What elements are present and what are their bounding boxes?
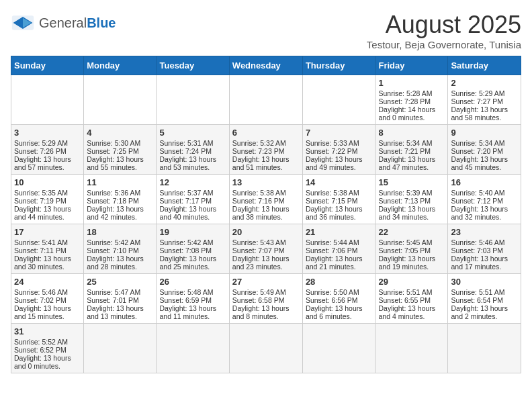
day-info: Sunrise: 5:34 AM: [378, 139, 445, 147]
day-info: Sunset: 7:16 PM: [232, 197, 300, 205]
day-info: Daylight: 13 hours and 15 minutes.: [14, 304, 81, 320]
calendar-cell: 27Sunrise: 5:49 AMSunset: 6:58 PMDayligh…: [229, 274, 302, 324]
day-info: Sunset: 7:17 PM: [159, 197, 226, 205]
day-info: Sunrise: 5:35 AM: [14, 189, 81, 197]
day-info: Daylight: 13 hours and 19 minutes.: [378, 255, 445, 271]
day-info: Sunrise: 5:38 AM: [306, 189, 373, 197]
day-number: 24: [14, 277, 81, 287]
calendar-cell: [375, 324, 448, 373]
day-info: Daylight: 13 hours and 47 minutes.: [378, 155, 445, 171]
day-number: 15: [378, 177, 445, 187]
day-info: Sunrise: 5:44 AM: [306, 238, 373, 246]
day-info: Sunset: 7:19 PM: [14, 197, 81, 205]
day-info: Sunrise: 5:46 AM: [451, 238, 518, 246]
calendar-cell: 16Sunrise: 5:40 AMSunset: 7:12 PMDayligh…: [448, 175, 521, 224]
day-number: 30: [451, 277, 518, 287]
day-info: Sunrise: 5:48 AM: [159, 288, 226, 296]
day-number: 6: [232, 128, 300, 138]
day-info: Daylight: 13 hours and 28 minutes.: [87, 255, 153, 271]
day-info: Sunrise: 5:41 AM: [14, 238, 81, 246]
day-info: Sunset: 6:58 PM: [232, 296, 300, 304]
day-info: Sunrise: 5:33 AM: [306, 139, 373, 147]
day-number: 19: [159, 227, 226, 237]
day-info: Sunrise: 5:49 AM: [232, 288, 300, 296]
day-info: Sunrise: 5:36 AM: [87, 189, 153, 197]
day-info: Sunset: 6:59 PM: [159, 296, 226, 304]
day-info: Sunrise: 5:50 AM: [306, 288, 373, 296]
day-number: 8: [378, 128, 445, 138]
day-info: Sunset: 7:15 PM: [306, 197, 373, 205]
day-info: Sunset: 7:24 PM: [159, 147, 226, 155]
calendar-cell: 4Sunrise: 5:30 AMSunset: 7:25 PMDaylight…: [84, 125, 157, 175]
day-info: Sunrise: 5:52 AM: [14, 338, 81, 346]
day-info: Daylight: 13 hours and 25 minutes.: [159, 255, 226, 271]
day-number: 26: [159, 277, 226, 287]
calendar-cell: 25Sunrise: 5:47 AMSunset: 7:01 PMDayligh…: [84, 274, 157, 324]
calendar-cell: 14Sunrise: 5:38 AMSunset: 7:15 PMDayligh…: [302, 175, 375, 224]
day-info: Daylight: 13 hours and 8 minutes.: [232, 304, 300, 320]
day-info: Sunrise: 5:32 AM: [232, 139, 300, 147]
weekday-header-wednesday: Wednesday: [229, 56, 302, 75]
calendar-week-row: 3Sunrise: 5:29 AMSunset: 7:26 PMDaylight…: [11, 125, 521, 175]
calendar-cell: 23Sunrise: 5:46 AMSunset: 7:03 PMDayligh…: [448, 224, 521, 274]
calendar-cell: [302, 324, 375, 373]
day-number: 22: [378, 227, 445, 237]
day-info: Sunrise: 5:38 AM: [232, 189, 300, 197]
calendar-cell: 12Sunrise: 5:37 AMSunset: 7:17 PMDayligh…: [157, 175, 229, 224]
day-info: Daylight: 13 hours and 4 minutes.: [378, 304, 445, 320]
calendar-header-row: SundayMondayTuesdayWednesdayThursdayFrid…: [11, 56, 521, 75]
day-info: Sunrise: 5:47 AM: [87, 288, 153, 296]
day-number: 14: [306, 177, 373, 187]
day-info: Daylight: 13 hours and 21 minutes.: [306, 255, 373, 271]
calendar-week-row: 17Sunrise: 5:41 AMSunset: 7:11 PMDayligh…: [11, 224, 521, 274]
day-info: Sunrise: 5:34 AM: [451, 139, 518, 147]
day-info: Sunset: 7:21 PM: [378, 147, 445, 155]
day-info: Sunset: 7:20 PM: [451, 147, 518, 155]
day-info: Sunrise: 5:42 AM: [159, 238, 226, 246]
day-info: Daylight: 13 hours and 23 minutes.: [232, 255, 300, 271]
day-info: Sunrise: 5:46 AM: [14, 288, 81, 296]
day-info: Sunrise: 5:51 AM: [378, 288, 445, 296]
logo: GeneralBlue: [11, 11, 116, 35]
calendar-cell: 21Sunrise: 5:44 AMSunset: 7:06 PMDayligh…: [302, 224, 375, 274]
day-number: 11: [87, 177, 153, 187]
day-info: Daylight: 13 hours and 53 minutes.: [159, 155, 226, 171]
day-info: Daylight: 13 hours and 51 minutes.: [232, 155, 300, 171]
calendar-cell: [84, 75, 157, 125]
day-number: 7: [306, 128, 373, 138]
day-number: 13: [232, 177, 300, 187]
calendar-cell: [84, 324, 157, 373]
day-info: Sunset: 7:03 PM: [451, 246, 518, 255]
calendar-cell: 5Sunrise: 5:31 AMSunset: 7:24 PMDaylight…: [157, 125, 229, 175]
day-info: Sunrise: 5:40 AM: [451, 189, 518, 197]
calendar-cell: 9Sunrise: 5:34 AMSunset: 7:20 PMDaylight…: [448, 125, 521, 175]
day-info: Sunset: 7:25 PM: [87, 147, 153, 155]
calendar-cell: [229, 75, 302, 125]
day-info: Sunrise: 5:31 AM: [159, 139, 226, 147]
day-number: 16: [451, 177, 518, 187]
day-info: Sunset: 6:54 PM: [451, 296, 518, 304]
day-info: Sunset: 7:05 PM: [378, 246, 445, 255]
day-info: Daylight: 13 hours and 0 minutes.: [14, 354, 81, 370]
calendar-cell: 22Sunrise: 5:45 AMSunset: 7:05 PMDayligh…: [375, 224, 448, 274]
weekday-header-tuesday: Tuesday: [157, 56, 229, 75]
calendar-cell: 11Sunrise: 5:36 AMSunset: 7:18 PMDayligh…: [84, 175, 157, 224]
calendar-cell: 10Sunrise: 5:35 AMSunset: 7:19 PMDayligh…: [11, 175, 84, 224]
day-info: Sunset: 7:01 PM: [87, 296, 153, 304]
calendar-week-row: 24Sunrise: 5:46 AMSunset: 7:02 PMDayligh…: [11, 274, 521, 324]
day-info: Sunset: 7:02 PM: [14, 296, 81, 304]
calendar-cell: 6Sunrise: 5:32 AMSunset: 7:23 PMDaylight…: [229, 125, 302, 175]
day-info: Sunset: 7:07 PM: [232, 246, 300, 255]
day-number: 27: [232, 277, 300, 287]
calendar-week-row: 31Sunrise: 5:52 AMSunset: 6:52 PMDayligh…: [11, 324, 521, 373]
day-number: 4: [87, 128, 153, 138]
day-info: Sunset: 7:28 PM: [378, 97, 445, 105]
day-info: Daylight: 13 hours and 2 minutes.: [451, 304, 518, 320]
calendar-cell: [11, 75, 84, 125]
day-info: Sunset: 7:12 PM: [451, 197, 518, 205]
day-info: Sunset: 7:27 PM: [451, 97, 518, 105]
calendar-cell: 15Sunrise: 5:39 AMSunset: 7:13 PMDayligh…: [375, 175, 448, 224]
calendar-cell: [448, 324, 521, 373]
calendar-cell: 19Sunrise: 5:42 AMSunset: 7:08 PMDayligh…: [157, 224, 229, 274]
day-info: Daylight: 13 hours and 32 minutes.: [451, 205, 518, 221]
